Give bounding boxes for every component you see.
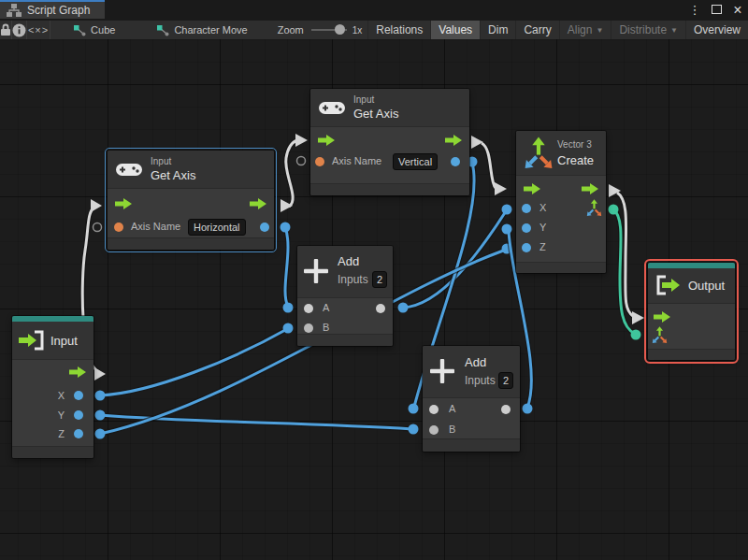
- node-title: Add: [465, 355, 486, 369]
- node-header[interactable]: Output: [648, 268, 735, 304]
- port-label: X: [40, 390, 65, 401]
- node-header[interactable]: Vector 3 Create: [516, 131, 606, 176]
- port-label: A: [449, 403, 455, 414]
- inputs-label: Inputs: [338, 273, 368, 286]
- vector3-result-port[interactable]: [586, 199, 602, 217]
- flow-out-port[interactable]: [250, 198, 266, 209]
- port-label: B: [323, 322, 329, 333]
- chevron-down-icon: ▼: [670, 26, 678, 35]
- port-x[interactable]: [74, 391, 83, 400]
- node-output[interactable]: Output: [648, 263, 735, 360]
- node-vector3-create[interactable]: Vector 3 Create X Y Z: [516, 131, 606, 273]
- zoom-slider[interactable]: [311, 29, 347, 31]
- result-port[interactable]: [451, 157, 460, 166]
- port-b[interactable]: [304, 323, 313, 333]
- port-label: Axis Name: [131, 221, 180, 232]
- graph-node-icon: [73, 24, 86, 36]
- flow-in-port[interactable]: [654, 311, 670, 323]
- dropdown-align[interactable]: Align▼: [559, 21, 611, 39]
- dropdown-distribute[interactable]: Distribute▼: [611, 21, 685, 39]
- axis-name-field[interactable]: Vertical: [393, 153, 438, 170]
- axis-name-port[interactable]: [114, 223, 123, 232]
- flow-in-port[interactable]: [524, 183, 540, 194]
- script-graph-window: Script Graph ⋮ × <×>: [0, 0, 748, 560]
- node-title: Get Axis: [151, 168, 195, 182]
- close-icon[interactable]: ×: [731, 0, 744, 21]
- output-icon: [655, 275, 682, 295]
- node-add-second[interactable]: Add Inputs 2 A B: [423, 346, 520, 452]
- node-footer: [108, 237, 274, 250]
- graph-toolbar: <×> Cube Character Move Zoom 1x Relation…: [0, 21, 748, 40]
- node-footer: [423, 438, 520, 452]
- port-label: Z: [539, 241, 546, 252]
- result-port[interactable]: [376, 304, 385, 313]
- zoom-slider-handle[interactable]: [335, 24, 345, 35]
- node-header[interactable]: Add Inputs 2: [423, 346, 520, 398]
- node-header[interactable]: Input Get Axis: [310, 89, 469, 127]
- flow-out-port[interactable]: [445, 135, 462, 146]
- port-a[interactable]: [429, 405, 439, 414]
- port-label: X: [539, 202, 546, 213]
- tab-script-graph[interactable]: Script Graph: [0, 0, 105, 19]
- node-title: Output: [688, 279, 725, 293]
- lock-icon: [0, 23, 11, 36]
- port-a[interactable]: [304, 304, 313, 313]
- gamepad-icon: [318, 99, 346, 117]
- zoom-value: 1x: [352, 25, 363, 36]
- node-add-first[interactable]: Add Inputs 2 A B: [297, 246, 393, 346]
- tab-bar: Script Graph ⋮ ×: [0, 0, 748, 21]
- flow-out-port[interactable]: [582, 183, 598, 194]
- node-footer: [310, 183, 469, 195]
- axis-name-port[interactable]: [315, 157, 324, 166]
- node-title: Input: [50, 334, 78, 348]
- port-label: A: [323, 302, 329, 313]
- node-header[interactable]: Input: [12, 322, 94, 360]
- toggle-values[interactable]: Values: [430, 21, 480, 39]
- node-get-axis-vertical[interactable]: Input Get Axis Axis Name Vertical: [310, 89, 469, 195]
- code-preview-button[interactable]: <×>: [27, 21, 50, 39]
- node-get-axis-horizontal[interactable]: Input Get Axis Axis Name Horizontal: [108, 151, 274, 250]
- port-label: Axis Name: [332, 155, 381, 166]
- port-label: Y: [539, 222, 546, 233]
- maximize-icon[interactable]: [710, 0, 723, 21]
- toggle-relations[interactable]: Relations: [367, 21, 430, 39]
- info-button[interactable]: [12, 21, 27, 39]
- result-port[interactable]: [260, 223, 269, 232]
- kebab-menu-icon[interactable]: ⋮: [688, 0, 701, 21]
- inputs-label: Inputs: [465, 374, 496, 387]
- vector3-in-port[interactable]: [652, 326, 668, 344]
- flow-in-port[interactable]: [115, 198, 132, 209]
- flow-in-port[interactable]: [318, 135, 335, 146]
- window-controls: ⋮ ×: [688, 0, 744, 21]
- toggle-carry[interactable]: Carry: [515, 21, 558, 39]
- port-y[interactable]: [522, 223, 531, 233]
- breadcrumb-cube[interactable]: Cube: [64, 21, 124, 39]
- toggle-dim[interactable]: Dim: [480, 21, 515, 39]
- node-footer: [516, 262, 606, 273]
- node-input[interactable]: Input X Y Z: [12, 316, 94, 458]
- inputs-count-field[interactable]: 2: [498, 372, 513, 389]
- node-footer: [648, 349, 735, 360]
- node-title: Add: [338, 254, 359, 268]
- code-preview-icon: <×>: [28, 24, 49, 36]
- toggle-overview[interactable]: Overview: [685, 21, 748, 39]
- node-header[interactable]: Add Inputs 2: [297, 246, 393, 298]
- breadcrumb-character-move[interactable]: Character Move: [147, 21, 256, 39]
- axis-name-field[interactable]: Horizontal: [188, 219, 246, 236]
- flow-out-port[interactable]: [69, 366, 86, 378]
- port-y[interactable]: [74, 410, 83, 420]
- add-icon: [303, 258, 329, 284]
- port-z[interactable]: [74, 429, 83, 438]
- graph-hierarchy-icon: [7, 4, 22, 17]
- vector3-icon: [524, 136, 554, 170]
- port-x[interactable]: [522, 204, 531, 213]
- node-header[interactable]: Input Get Axis: [108, 151, 274, 189]
- port-b[interactable]: [429, 425, 439, 435]
- port-z[interactable]: [522, 243, 531, 252]
- port-label: Y: [40, 409, 65, 421]
- result-port[interactable]: [501, 405, 511, 414]
- graph-node-icon: [156, 24, 169, 36]
- lock-button[interactable]: [0, 21, 12, 39]
- inputs-count-field[interactable]: 2: [372, 271, 387, 288]
- port-label: Z: [40, 428, 65, 439]
